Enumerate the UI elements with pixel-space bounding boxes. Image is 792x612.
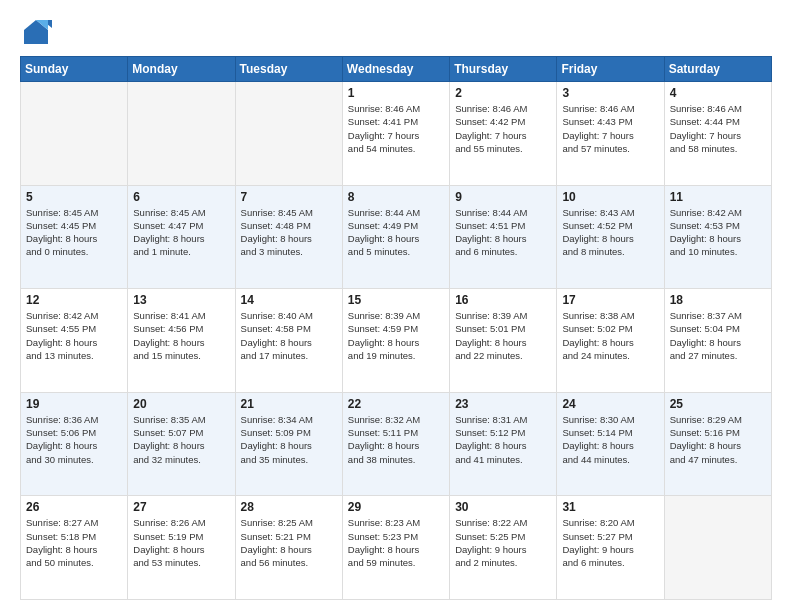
calendar-cell: 4Sunrise: 8:46 AM Sunset: 4:44 PM Daylig…: [664, 82, 771, 186]
day-number: 4: [670, 86, 766, 100]
calendar-cell: 9Sunrise: 8:44 AM Sunset: 4:51 PM Daylig…: [450, 185, 557, 289]
calendar-cell: 18Sunrise: 8:37 AM Sunset: 5:04 PM Dayli…: [664, 289, 771, 393]
weekday-header-monday: Monday: [128, 57, 235, 82]
day-info: Sunrise: 8:32 AM Sunset: 5:11 PM Dayligh…: [348, 413, 444, 466]
day-info: Sunrise: 8:35 AM Sunset: 5:07 PM Dayligh…: [133, 413, 229, 466]
day-number: 8: [348, 190, 444, 204]
day-number: 28: [241, 500, 337, 514]
calendar-cell: 14Sunrise: 8:40 AM Sunset: 4:58 PM Dayli…: [235, 289, 342, 393]
day-number: 20: [133, 397, 229, 411]
day-number: 30: [455, 500, 551, 514]
logo: [20, 16, 56, 48]
day-info: Sunrise: 8:44 AM Sunset: 4:49 PM Dayligh…: [348, 206, 444, 259]
calendar-cell: 8Sunrise: 8:44 AM Sunset: 4:49 PM Daylig…: [342, 185, 449, 289]
day-number: 9: [455, 190, 551, 204]
calendar-cell: 21Sunrise: 8:34 AM Sunset: 5:09 PM Dayli…: [235, 392, 342, 496]
calendar-table: SundayMondayTuesdayWednesdayThursdayFrid…: [20, 56, 772, 600]
day-info: Sunrise: 8:45 AM Sunset: 4:45 PM Dayligh…: [26, 206, 122, 259]
day-number: 7: [241, 190, 337, 204]
day-number: 25: [670, 397, 766, 411]
day-number: 19: [26, 397, 122, 411]
day-number: 15: [348, 293, 444, 307]
day-number: 31: [562, 500, 658, 514]
calendar-cell: 22Sunrise: 8:32 AM Sunset: 5:11 PM Dayli…: [342, 392, 449, 496]
day-info: Sunrise: 8:45 AM Sunset: 4:48 PM Dayligh…: [241, 206, 337, 259]
day-info: Sunrise: 8:45 AM Sunset: 4:47 PM Dayligh…: [133, 206, 229, 259]
day-info: Sunrise: 8:37 AM Sunset: 5:04 PM Dayligh…: [670, 309, 766, 362]
calendar-week-row: 5Sunrise: 8:45 AM Sunset: 4:45 PM Daylig…: [21, 185, 772, 289]
day-info: Sunrise: 8:22 AM Sunset: 5:25 PM Dayligh…: [455, 516, 551, 569]
calendar-cell: 19Sunrise: 8:36 AM Sunset: 5:06 PM Dayli…: [21, 392, 128, 496]
day-info: Sunrise: 8:39 AM Sunset: 5:01 PM Dayligh…: [455, 309, 551, 362]
day-info: Sunrise: 8:30 AM Sunset: 5:14 PM Dayligh…: [562, 413, 658, 466]
calendar-cell: 28Sunrise: 8:25 AM Sunset: 5:21 PM Dayli…: [235, 496, 342, 600]
weekday-header-friday: Friday: [557, 57, 664, 82]
day-number: 24: [562, 397, 658, 411]
logo-icon: [20, 16, 52, 48]
day-number: 11: [670, 190, 766, 204]
calendar-cell: 10Sunrise: 8:43 AM Sunset: 4:52 PM Dayli…: [557, 185, 664, 289]
calendar-cell: [128, 82, 235, 186]
calendar-cell: [21, 82, 128, 186]
day-number: 22: [348, 397, 444, 411]
day-number: 23: [455, 397, 551, 411]
day-number: 21: [241, 397, 337, 411]
calendar-cell: 3Sunrise: 8:46 AM Sunset: 4:43 PM Daylig…: [557, 82, 664, 186]
day-number: 14: [241, 293, 337, 307]
calendar-cell: 31Sunrise: 8:20 AM Sunset: 5:27 PM Dayli…: [557, 496, 664, 600]
day-number: 29: [348, 500, 444, 514]
weekday-header-thursday: Thursday: [450, 57, 557, 82]
weekday-header-saturday: Saturday: [664, 57, 771, 82]
day-info: Sunrise: 8:46 AM Sunset: 4:41 PM Dayligh…: [348, 102, 444, 155]
day-number: 18: [670, 293, 766, 307]
calendar-cell: [664, 496, 771, 600]
day-number: 27: [133, 500, 229, 514]
day-info: Sunrise: 8:39 AM Sunset: 4:59 PM Dayligh…: [348, 309, 444, 362]
calendar-week-row: 26Sunrise: 8:27 AM Sunset: 5:18 PM Dayli…: [21, 496, 772, 600]
day-info: Sunrise: 8:40 AM Sunset: 4:58 PM Dayligh…: [241, 309, 337, 362]
calendar-cell: 26Sunrise: 8:27 AM Sunset: 5:18 PM Dayli…: [21, 496, 128, 600]
weekday-header-sunday: Sunday: [21, 57, 128, 82]
day-info: Sunrise: 8:46 AM Sunset: 4:43 PM Dayligh…: [562, 102, 658, 155]
weekday-header-tuesday: Tuesday: [235, 57, 342, 82]
day-info: Sunrise: 8:31 AM Sunset: 5:12 PM Dayligh…: [455, 413, 551, 466]
day-info: Sunrise: 8:20 AM Sunset: 5:27 PM Dayligh…: [562, 516, 658, 569]
weekday-header-row: SundayMondayTuesdayWednesdayThursdayFrid…: [21, 57, 772, 82]
day-info: Sunrise: 8:25 AM Sunset: 5:21 PM Dayligh…: [241, 516, 337, 569]
calendar-cell: 29Sunrise: 8:23 AM Sunset: 5:23 PM Dayli…: [342, 496, 449, 600]
calendar-week-row: 19Sunrise: 8:36 AM Sunset: 5:06 PM Dayli…: [21, 392, 772, 496]
calendar-cell: 15Sunrise: 8:39 AM Sunset: 4:59 PM Dayli…: [342, 289, 449, 393]
day-number: 5: [26, 190, 122, 204]
calendar-cell: 27Sunrise: 8:26 AM Sunset: 5:19 PM Dayli…: [128, 496, 235, 600]
day-info: Sunrise: 8:23 AM Sunset: 5:23 PM Dayligh…: [348, 516, 444, 569]
calendar-cell: 24Sunrise: 8:30 AM Sunset: 5:14 PM Dayli…: [557, 392, 664, 496]
day-number: 17: [562, 293, 658, 307]
calendar-week-row: 12Sunrise: 8:42 AM Sunset: 4:55 PM Dayli…: [21, 289, 772, 393]
calendar-cell: [235, 82, 342, 186]
calendar-cell: 5Sunrise: 8:45 AM Sunset: 4:45 PM Daylig…: [21, 185, 128, 289]
calendar-cell: 7Sunrise: 8:45 AM Sunset: 4:48 PM Daylig…: [235, 185, 342, 289]
calendar-cell: 16Sunrise: 8:39 AM Sunset: 5:01 PM Dayli…: [450, 289, 557, 393]
calendar-cell: 23Sunrise: 8:31 AM Sunset: 5:12 PM Dayli…: [450, 392, 557, 496]
day-info: Sunrise: 8:36 AM Sunset: 5:06 PM Dayligh…: [26, 413, 122, 466]
day-info: Sunrise: 8:38 AM Sunset: 5:02 PM Dayligh…: [562, 309, 658, 362]
day-info: Sunrise: 8:43 AM Sunset: 4:52 PM Dayligh…: [562, 206, 658, 259]
calendar-cell: 2Sunrise: 8:46 AM Sunset: 4:42 PM Daylig…: [450, 82, 557, 186]
day-info: Sunrise: 8:29 AM Sunset: 5:16 PM Dayligh…: [670, 413, 766, 466]
calendar-cell: 11Sunrise: 8:42 AM Sunset: 4:53 PM Dayli…: [664, 185, 771, 289]
day-info: Sunrise: 8:42 AM Sunset: 4:55 PM Dayligh…: [26, 309, 122, 362]
calendar-cell: 30Sunrise: 8:22 AM Sunset: 5:25 PM Dayli…: [450, 496, 557, 600]
calendar-cell: 17Sunrise: 8:38 AM Sunset: 5:02 PM Dayli…: [557, 289, 664, 393]
header: [20, 16, 772, 48]
day-number: 6: [133, 190, 229, 204]
day-number: 12: [26, 293, 122, 307]
page: SundayMondayTuesdayWednesdayThursdayFrid…: [0, 0, 792, 612]
calendar-week-row: 1Sunrise: 8:46 AM Sunset: 4:41 PM Daylig…: [21, 82, 772, 186]
day-info: Sunrise: 8:46 AM Sunset: 4:44 PM Dayligh…: [670, 102, 766, 155]
day-number: 1: [348, 86, 444, 100]
day-number: 13: [133, 293, 229, 307]
calendar-cell: 6Sunrise: 8:45 AM Sunset: 4:47 PM Daylig…: [128, 185, 235, 289]
calendar-cell: 13Sunrise: 8:41 AM Sunset: 4:56 PM Dayli…: [128, 289, 235, 393]
calendar-cell: 25Sunrise: 8:29 AM Sunset: 5:16 PM Dayli…: [664, 392, 771, 496]
weekday-header-wednesday: Wednesday: [342, 57, 449, 82]
